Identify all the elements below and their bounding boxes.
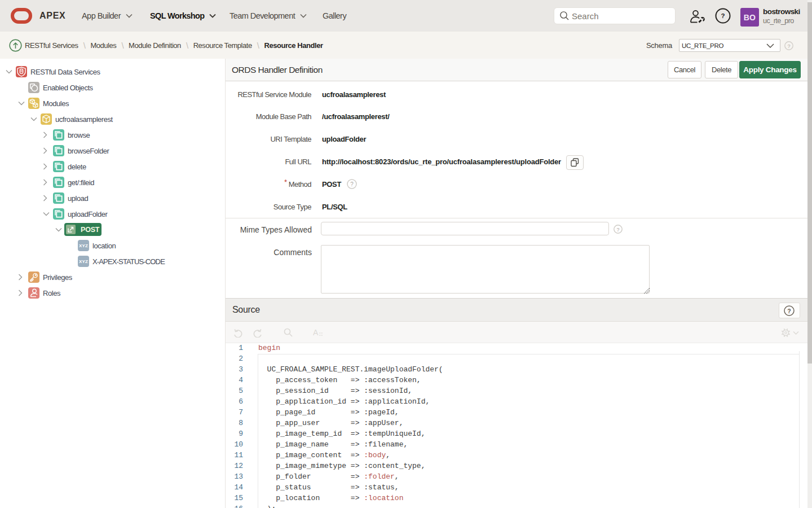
svg-text:?: ? — [721, 12, 725, 19]
svg-text:?: ? — [787, 43, 790, 49]
svg-text:?: ? — [350, 181, 354, 187]
svg-text:A: A — [313, 328, 319, 337]
svg-text:?: ? — [616, 227, 619, 233]
svg-text:?: ? — [787, 308, 791, 314]
